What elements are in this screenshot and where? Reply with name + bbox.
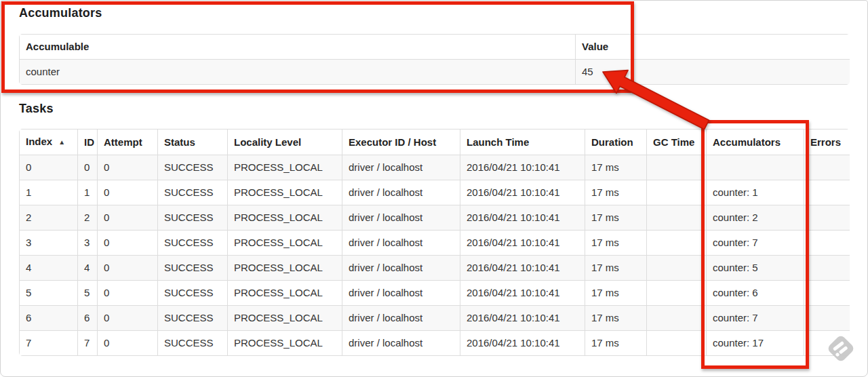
table-cell: 3	[78, 231, 98, 256]
table-cell	[647, 256, 707, 281]
table-cell: driver / localhost	[342, 231, 460, 256]
table-cell: 2	[20, 205, 78, 231]
table-cell: 5	[78, 281, 98, 306]
column-header-accumulable[interactable]: Accumulable	[20, 35, 576, 60]
table-cell: SUCCESS	[158, 281, 228, 306]
table-cell: 4	[78, 256, 98, 281]
tasks-section-title: Tasks	[19, 102, 54, 116]
table-cell: driver / localhost	[342, 180, 460, 205]
table-cell	[647, 281, 707, 306]
table-cell: PROCESS_LOCAL	[228, 331, 342, 356]
table-cell: 5	[20, 281, 78, 306]
table-cell: 17 ms	[585, 231, 647, 256]
table-cell: 17 ms	[585, 256, 647, 281]
table-cell: 2016/04/21 10:10:41	[460, 331, 585, 356]
table-cell: PROCESS_LOCAL	[228, 205, 342, 231]
table-row: 110SUCCESSPROCESS_LOCALdriver / localhos…	[20, 180, 850, 205]
table-cell: PROCESS_LOCAL	[228, 281, 342, 306]
table-cell: 2016/04/21 10:10:41	[460, 180, 585, 205]
column-header-gc-time[interactable]: GC Time	[647, 130, 707, 155]
column-header-errors[interactable]: Errors	[804, 130, 850, 155]
table-cell: PROCESS_LOCAL	[228, 256, 342, 281]
table-cell: 0	[78, 155, 98, 180]
table-cell: 2	[78, 205, 98, 231]
table-cell: 6	[20, 306, 78, 331]
column-header-status[interactable]: Status	[158, 130, 228, 155]
table-cell: 2016/04/21 10:10:41	[460, 231, 585, 256]
column-header-duration[interactable]: Duration	[585, 130, 647, 155]
table-cell	[647, 331, 707, 356]
table-cell	[804, 205, 850, 231]
table-cell: 1	[78, 180, 98, 205]
column-header-attempt[interactable]: Attempt	[98, 130, 158, 155]
column-header-locality-level[interactable]: Locality Level	[228, 130, 342, 155]
table-cell: SUCCESS	[158, 231, 228, 256]
table-cell: driver / localhost	[342, 205, 460, 231]
column-header-index[interactable]: Index▲	[20, 130, 78, 155]
table-cell	[804, 155, 850, 180]
table-cell: 1	[20, 180, 78, 205]
table-cell: counter: 5	[707, 256, 804, 281]
table-row: 220SUCCESSPROCESS_LOCALdriver / localhos…	[20, 205, 850, 231]
table-cell: PROCESS_LOCAL	[228, 155, 342, 180]
table-cell: 2016/04/21 10:10:41	[460, 306, 585, 331]
table-cell: 45	[576, 60, 850, 85]
table-cell	[804, 306, 850, 331]
table-cell: 0	[20, 155, 78, 180]
table-cell: driver / localhost	[342, 331, 460, 356]
column-header-value[interactable]: Value	[576, 35, 850, 60]
table-cell	[647, 205, 707, 231]
table-cell: 2016/04/21 10:10:41	[460, 205, 585, 231]
accumulators-section-title: Accumulators	[19, 6, 102, 20]
table-cell: 0	[98, 205, 158, 231]
table-cell: PROCESS_LOCAL	[228, 306, 342, 331]
table-cell	[647, 306, 707, 331]
table-cell: 0	[98, 155, 158, 180]
table-cell: 7	[20, 331, 78, 356]
table-cell: counter	[20, 60, 576, 85]
table-cell: SUCCESS	[158, 205, 228, 231]
table-cell: driver / localhost	[342, 155, 460, 180]
table-cell: counter: 17	[707, 331, 804, 356]
column-header-executor-id-host[interactable]: Executor ID / Host	[342, 130, 460, 155]
table-cell: 2016/04/21 10:10:41	[460, 281, 585, 306]
table-cell: PROCESS_LOCAL	[228, 231, 342, 256]
table-cell: 0	[98, 331, 158, 356]
table-cell	[804, 256, 850, 281]
accumulators-table-header-row: AccumulableValue	[20, 35, 850, 60]
table-cell: 4	[20, 256, 78, 281]
table-cell: driver / localhost	[342, 256, 460, 281]
column-header-launch-time[interactable]: Launch Time	[460, 130, 585, 155]
table-cell: 17 ms	[585, 281, 647, 306]
table-cell: counter: 2	[707, 205, 804, 231]
column-header-accumulators[interactable]: Accumulators	[707, 130, 804, 155]
table-row: 660SUCCESSPROCESS_LOCALdriver / localhos…	[20, 306, 850, 331]
table-cell: 17 ms	[585, 205, 647, 231]
table-row: 440SUCCESSPROCESS_LOCALdriver / localhos…	[20, 256, 850, 281]
table-cell: 6	[78, 306, 98, 331]
table-cell	[647, 155, 707, 180]
table-cell: 0	[98, 281, 158, 306]
table-cell	[804, 231, 850, 256]
table-cell: counter: 7	[707, 231, 804, 256]
table-cell: counter: 1	[707, 180, 804, 205]
tasks-table-header-row: Index▲IDAttemptStatusLocality LevelExecu…	[20, 130, 850, 155]
table-cell: SUCCESS	[158, 180, 228, 205]
table-cell: SUCCESS	[158, 306, 228, 331]
table-cell: 17 ms	[585, 331, 647, 356]
column-header-id[interactable]: ID	[78, 130, 98, 155]
table-cell: driver / localhost	[342, 281, 460, 306]
table-cell: counter: 6	[707, 281, 804, 306]
table-cell	[804, 281, 850, 306]
sort-ascending-icon: ▲	[58, 138, 65, 146]
table-cell	[647, 180, 707, 205]
table-cell: 0	[98, 180, 158, 205]
table-row: 330SUCCESSPROCESS_LOCALdriver / localhos…	[20, 231, 850, 256]
table-cell: 7	[78, 331, 98, 356]
table-row: 770SUCCESSPROCESS_LOCALdriver / localhos…	[20, 331, 850, 356]
accumulators-table: AccumulableValue counter45	[19, 34, 850, 85]
table-cell: 0	[98, 256, 158, 281]
table-row: 550SUCCESSPROCESS_LOCALdriver / localhos…	[20, 281, 850, 306]
table-cell: SUCCESS	[158, 256, 228, 281]
table-cell: 0	[98, 306, 158, 331]
